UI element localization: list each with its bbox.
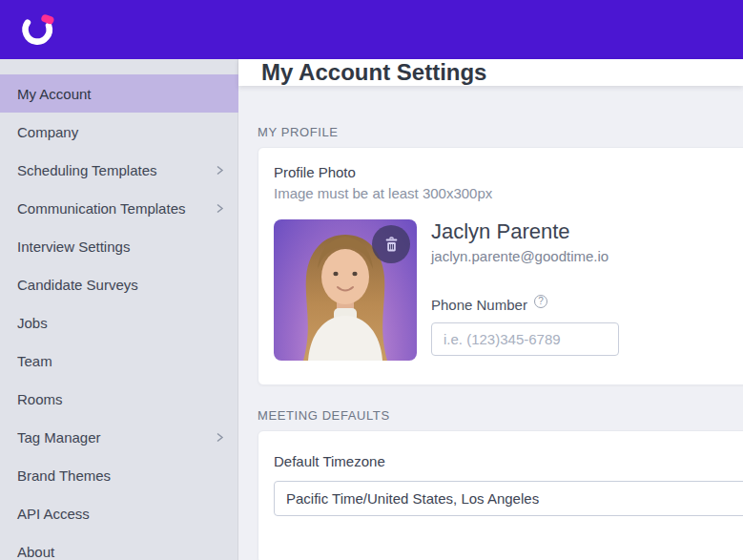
sidebar-item-candidate-surveys[interactable]: Candidate Surveys	[0, 265, 238, 303]
main-panel: My Account Settings MY PROFILE Profile P…	[238, 59, 743, 560]
meeting-defaults-section-label: MEETING DEFAULTS	[258, 408, 743, 423]
sidebar-item-team[interactable]: Team	[0, 342, 238, 380]
sidebar-item-api-access[interactable]: API Access	[0, 494, 238, 532]
sidebar-item-rooms[interactable]: Rooms	[0, 380, 238, 418]
chevron-right-icon	[215, 165, 225, 176]
app-header	[0, 0, 743, 59]
sidebar-item-label: Brand Themes	[17, 467, 225, 484]
trash-icon	[382, 235, 401, 254]
sidebar-item-label: Company	[17, 124, 225, 140]
sidebar-item-label: Candidate Surveys	[17, 277, 225, 293]
phone-number-input[interactable]	[431, 322, 619, 356]
my-profile-section-label: MY PROFILE	[258, 125, 743, 139]
profile-photo-label: Profile Photo	[274, 162, 743, 183]
settings-sidebar: My Account Company Scheduling Templates …	[0, 59, 238, 560]
sidebar-item-communication-templates[interactable]: Communication Templates	[0, 189, 238, 227]
default-timezone-input[interactable]	[274, 481, 743, 516]
sidebar-item-label: Tag Manager	[17, 429, 215, 446]
sidebar-item-scheduling-templates[interactable]: Scheduling Templates	[0, 151, 238, 189]
sidebar-item-label: Interview Settings	[17, 239, 225, 255]
settings-content: MY PROFILE Profile Photo Image must be a…	[238, 86, 743, 560]
sidebar-item-about[interactable]: About	[0, 532, 238, 560]
delete-photo-button[interactable]	[372, 225, 410, 263]
page-title-bar: My Account Settings	[238, 59, 743, 86]
sidebar-item-label: About	[17, 544, 225, 560]
sidebar-item-interview-settings[interactable]: Interview Settings	[0, 227, 238, 265]
profile-email: jaclyn.parente@goodtime.io	[431, 248, 619, 264]
profile-photo	[274, 219, 417, 361]
sidebar-item-label: Rooms	[17, 391, 225, 407]
sidebar-item-brand-themes[interactable]: Brand Themes	[0, 456, 238, 494]
default-timezone-label: Default Timezone	[274, 451, 743, 472]
help-question-icon[interactable]: ?	[534, 295, 547, 308]
sidebar-item-label: My Account	[17, 86, 225, 102]
sidebar-item-jobs[interactable]: Jobs	[0, 303, 238, 342]
sidebar-item-my-account[interactable]: My Account	[0, 74, 238, 113]
page-title: My Account Settings	[261, 59, 486, 86]
meeting-defaults-card: Default Timezone	[258, 430, 743, 560]
chevron-right-icon	[215, 432, 225, 443]
goodtime-logo-icon[interactable]	[16, 9, 58, 51]
profile-card: Profile Photo Image must be at least 300…	[258, 147, 743, 385]
sidebar-item-label: Communication Templates	[17, 200, 215, 217]
sidebar-item-label: API Access	[17, 506, 225, 522]
sidebar-item-company[interactable]: Company	[0, 113, 238, 151]
chevron-right-icon	[215, 203, 225, 214]
sidebar-item-label: Scheduling Templates	[17, 162, 215, 178]
profile-photo-hint: Image must be at least 300x300px	[274, 183, 743, 204]
sidebar-item-tag-manager[interactable]: Tag Manager	[0, 418, 238, 456]
profile-name: Jaclyn Parente	[431, 220, 619, 243]
sidebar-item-label: Jobs	[17, 315, 225, 331]
sidebar-item-label: Team	[17, 353, 225, 369]
phone-number-label: Phone Number	[431, 297, 527, 313]
